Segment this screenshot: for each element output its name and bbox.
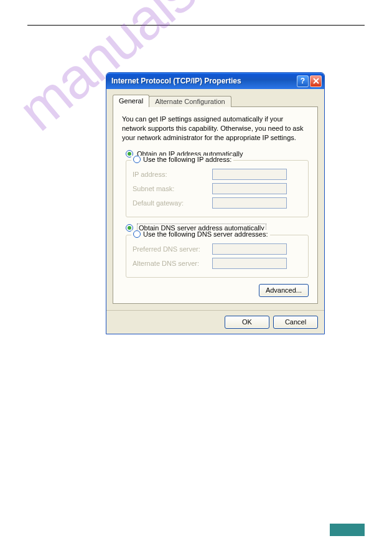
close-button[interactable] <box>310 75 322 87</box>
tab-general[interactable]: General <box>113 95 149 107</box>
radio-icon <box>133 230 141 238</box>
tcpip-properties-dialog: Internet Protocol (TCP/IP) Properties ? … <box>106 72 325 334</box>
tab-panel-general: You can get IP settings assigned automat… <box>113 106 318 304</box>
group-use-dns: Use the following DNS server addresses: … <box>126 235 309 278</box>
tabstrip: General Alternate Configuration <box>113 95 318 107</box>
radio-label: Use the following DNS server addresses: <box>143 230 268 238</box>
input-default-gateway[interactable] <box>212 197 287 209</box>
radio-icon <box>133 156 141 163</box>
group-use-ip: Use the following IP address: IP address… <box>126 160 309 217</box>
description-text: You can get IP settings assigned automat… <box>122 115 309 143</box>
label-preferred-dns: Preferred DNS server: <box>133 245 212 253</box>
label-default-gateway: Default gateway: <box>133 199 212 207</box>
radio-use-following-ip[interactable]: Use the following IP address: <box>131 156 233 163</box>
tab-alternate-configuration[interactable]: Alternate Configuration <box>149 96 231 107</box>
radio-label: Use the following IP address: <box>143 156 231 163</box>
label-subnet-mask: Subnet mask: <box>133 185 212 192</box>
dialog-button-bar: OK Cancel <box>106 310 324 334</box>
advanced-button[interactable]: Advanced... <box>259 284 309 297</box>
question-icon: ? <box>301 77 305 85</box>
radio-use-following-dns[interactable]: Use the following DNS server addresses: <box>131 230 270 238</box>
label-alternate-dns: Alternate DNS server: <box>133 260 212 267</box>
help-button[interactable]: ? <box>297 75 309 87</box>
input-preferred-dns[interactable] <box>212 243 287 255</box>
cancel-button[interactable]: Cancel <box>273 316 318 329</box>
close-icon <box>313 78 319 84</box>
input-ip-address[interactable] <box>212 169 287 180</box>
titlebar-text: Internet Protocol (TCP/IP) Properties <box>111 77 296 85</box>
page-horizontal-rule <box>27 25 365 26</box>
input-alternate-dns[interactable] <box>212 258 287 269</box>
input-subnet-mask[interactable] <box>212 183 287 194</box>
page-badge <box>330 524 365 536</box>
ok-button[interactable]: OK <box>225 316 269 329</box>
label-ip-address: IP address: <box>133 171 212 178</box>
titlebar[interactable]: Internet Protocol (TCP/IP) Properties ? <box>106 73 324 89</box>
